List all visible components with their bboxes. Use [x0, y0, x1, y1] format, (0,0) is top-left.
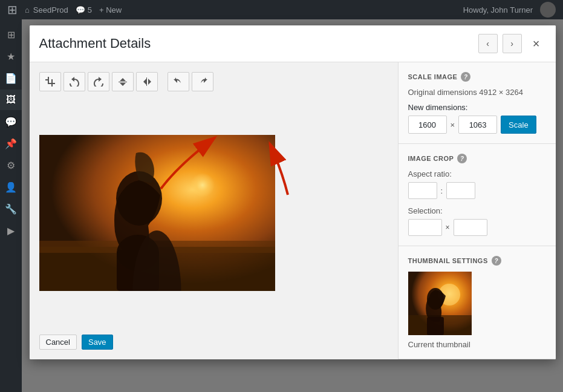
wp-logo-icon: ⊞ — [7, 4, 18, 16]
redo-button[interactable] — [192, 72, 213, 91]
image-crop-title: IMAGE CROP ? — [408, 154, 546, 163]
aspect-width-input[interactable] — [408, 182, 437, 199]
next-button[interactable]: › — [503, 34, 522, 53]
admin-bar: ⊞ ⌂ SeedProd 💬 5 + New Howdy, John Turne… — [0, 0, 563, 19]
sidebar-icon-pages[interactable]: 📄 — [0, 68, 22, 88]
sidebar-icon-pin[interactable]: 📌 — [0, 133, 22, 154]
aspect-colon: : — [441, 186, 443, 195]
editor-footer: Cancel Save — [39, 335, 388, 350]
scale-button[interactable]: Scale — [501, 116, 536, 134]
modal-body: Cancel Save SCALE IMAGE ? Original dimen… — [30, 62, 556, 359]
scale-image-section: SCALE IMAGE ? Original dimensions 4912 ×… — [399, 62, 556, 144]
svg-point-1 — [163, 162, 224, 223]
dimension-x-separator: × — [451, 120, 455, 129]
width-input[interactable] — [408, 116, 447, 134]
modal-title: Attachment Details — [39, 36, 151, 51]
admin-bar-right: Howdy, John Turner — [463, 2, 556, 18]
sidebar: ⊞ ★ 📄 🖼 💬 📌 ⚙ 👤 🔧 ▶ — [0, 19, 22, 392]
svg-rect-13 — [427, 317, 444, 335]
sidebar-icon-comments[interactable]: 💬 — [0, 111, 22, 132]
editor-toolbar — [39, 72, 388, 91]
sidebar-icon-media[interactable]: 🖼 — [0, 90, 22, 110]
rotate-left-button[interactable] — [63, 72, 85, 91]
rotate-right-button[interactable] — [88, 72, 109, 91]
selection-x-separator: × — [446, 223, 450, 232]
avatar — [540, 2, 556, 18]
thumbnail-settings-title: THUMBNAIL SETTINGS ? — [408, 256, 546, 266]
modal-nav: ‹ › × — [478, 34, 546, 53]
selection-row: × — [408, 219, 546, 236]
thumbnail-help-icon[interactable]: ? — [492, 256, 501, 266]
image-container — [39, 99, 388, 327]
main-area: Attachment Details ‹ › × — [22, 19, 563, 392]
svg-rect-6 — [117, 250, 159, 291]
svg-rect-2 — [39, 247, 275, 291]
crop-tool-button[interactable] — [39, 72, 61, 91]
comments-icon: 💬 — [76, 5, 85, 15]
flip-vertical-button[interactable] — [112, 72, 134, 91]
scale-help-icon[interactable]: ? — [461, 72, 470, 82]
aspect-height-input[interactable] — [446, 182, 475, 199]
selection-label: Selection: — [408, 206, 546, 215]
close-button[interactable]: × — [527, 34, 546, 53]
current-thumbnail-label: Current thumbnail — [408, 340, 546, 349]
save-button[interactable]: Save — [82, 335, 113, 350]
aspect-ratio-label: Aspect ratio: — [408, 169, 546, 178]
editor-panel: Cancel Save — [30, 62, 399, 359]
comments-button[interactable]: 💬 5 — [76, 5, 92, 15]
thumbnail-settings-section: THUMBNAIL SETTINGS ? — [399, 246, 556, 359]
howdy-text: Howdy, John Turner — [463, 5, 533, 15]
thumbnail-image — [408, 272, 472, 335]
aspect-ratio-row: : — [408, 182, 546, 199]
scale-image-title: SCALE IMAGE ? — [408, 72, 546, 82]
crop-help-icon[interactable]: ? — [457, 154, 467, 163]
settings-panel: SCALE IMAGE ? Original dimensions 4912 ×… — [399, 62, 556, 359]
editor-image — [39, 135, 275, 291]
dimensions-row: × Scale — [408, 116, 546, 134]
flip-horizontal-button[interactable] — [136, 72, 158, 91]
modal-header: Attachment Details ‹ › × — [30, 25, 556, 62]
selection-height-input[interactable] — [454, 219, 487, 236]
sidebar-icon-tools[interactable]: ⚙ — [0, 155, 22, 175]
image-crop-section: IMAGE CROP ? Aspect ratio: : Selection: — [399, 144, 556, 246]
site-name[interactable]: ⌂ SeedProd — [25, 5, 68, 15]
original-dimensions: Original dimensions 4912 × 3264 — [408, 88, 546, 97]
prev-button[interactable]: ‹ — [478, 34, 498, 53]
modal-overlay: Attachment Details ‹ › × — [22, 19, 563, 392]
new-dimensions-label: New dimensions: — [408, 103, 546, 112]
selection-width-input[interactable] — [408, 219, 442, 236]
undo-button[interactable] — [168, 72, 189, 91]
svg-rect-3 — [39, 241, 275, 253]
attachment-details-modal: Attachment Details ‹ › × — [30, 25, 556, 359]
home-icon: ⌂ — [25, 5, 30, 15]
cancel-button[interactable]: Cancel — [39, 335, 77, 350]
height-input[interactable] — [458, 116, 497, 134]
sidebar-icon-seedprod2[interactable]: ▶ — [0, 220, 22, 241]
sidebar-icon-users[interactable]: 👤 — [0, 177, 22, 197]
new-button[interactable]: + New — [99, 5, 122, 15]
sidebar-icon-settings[interactable]: 🔧 — [0, 198, 22, 219]
sidebar-icon-dashboard[interactable]: ⊞ — [0, 24, 22, 45]
sidebar-icon-seedprod[interactable]: ★ — [0, 46, 22, 67]
